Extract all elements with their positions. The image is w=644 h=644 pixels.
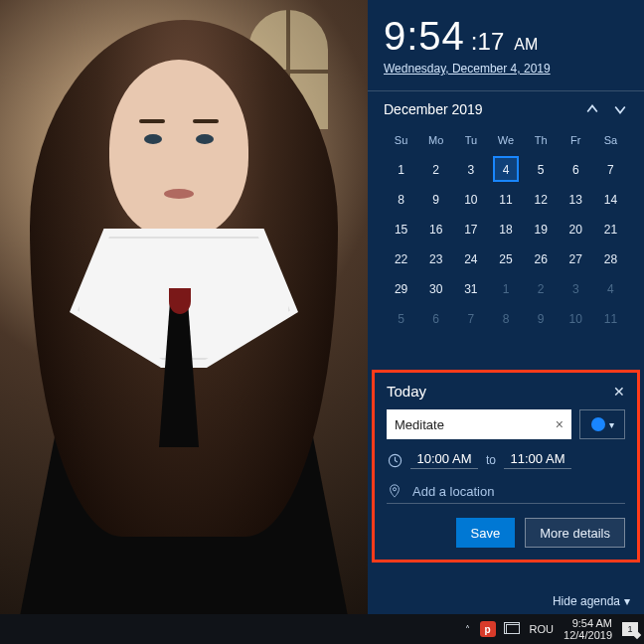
calendar-day[interactable]: 31 [453,274,488,304]
calendar-day[interactable]: 30 [418,274,453,304]
month-label[interactable]: December 2019 [384,101,483,117]
event-name-input[interactable]: Meditate × [387,409,571,439]
calendar-day[interactable]: 18 [488,215,523,244]
calendar-day[interactable]: 26 [524,244,559,274]
calendar-day[interactable]: 20 [559,215,593,244]
dow-label: Mo [418,125,453,155]
calendar-day[interactable]: 5 [524,155,559,185]
next-month-button[interactable] [614,102,628,116]
dow-label: We [488,125,523,155]
taskbar-date: 12/4/2019 [564,629,612,641]
divider [368,90,644,91]
calendar-day[interactable]: 1 [384,155,418,185]
calendar-flyout: 9:54:17 AM Wednesday, December 4, 2019 D… [368,0,644,614]
agenda-panel: Today ✕ Meditate × ▾ 10:00 AM to 11:00 A… [372,370,640,563]
calendar-day[interactable]: 8 [488,304,523,334]
calendar-day[interactable]: 4 [488,155,523,185]
dow-label: Su [384,125,418,155]
calendar-day[interactable]: 11 [488,185,523,215]
calendar-day[interactable]: 10 [559,304,593,334]
calendar-day[interactable]: 17 [453,215,488,244]
taskbar-time: 9:54 AM [564,617,612,629]
calendar-day[interactable]: 10 [453,185,488,215]
end-time-input[interactable]: 11:00 AM [504,451,571,469]
clock: 9:54:17 AM [384,14,628,59]
task-view-icon[interactable] [506,624,520,634]
action-center-button[interactable]: 1 [622,622,638,636]
calendar-day[interactable]: 24 [453,244,488,274]
calendar-day[interactable]: 22 [384,244,418,274]
calendar-day[interactable]: 2 [524,274,559,304]
clock-hm: 9:54 [384,14,465,59]
hide-agenda-button[interactable]: Hide agenda ▾ [553,594,630,608]
calendar-day[interactable]: 25 [488,244,523,274]
calendar-day[interactable]: 21 [593,215,628,244]
calendar-day[interactable]: 19 [524,215,559,244]
calendar-day[interactable]: 23 [418,244,453,274]
clear-event-name-button[interactable]: × [556,416,564,432]
calendar-day[interactable]: 9 [524,304,559,334]
calendar-day[interactable]: 7 [453,304,488,334]
clock-date-link[interactable]: Wednesday, December 4, 2019 [384,62,551,76]
dow-label: Th [524,125,559,155]
calendar-day[interactable]: 27 [559,244,593,274]
tray-app-icon[interactable]: p [480,621,496,637]
chevron-down-icon: ▾ [609,419,614,430]
calendar-day[interactable]: 3 [453,155,488,185]
hide-agenda-label: Hide agenda [553,594,620,608]
event-name-value: Meditate [395,417,444,432]
location-input[interactable] [412,484,625,499]
prev-month-button[interactable] [586,102,600,116]
calendar-day[interactable]: 6 [559,155,593,185]
calendar-day[interactable]: 16 [418,215,453,244]
dow-label: Sa [593,125,628,155]
clock-icon [387,452,402,468]
clock-ampm: AM [514,36,538,54]
calendar-grid: SuMoTuWeThFrSa 1234567891011121314151617… [384,125,628,334]
notification-count: 1 [627,624,632,634]
more-details-button[interactable]: More details [525,518,625,548]
clock-sec: :17 [471,28,504,56]
taskbar-clock[interactable]: 9:54 AM 12/4/2019 [564,617,612,641]
calendar-day[interactable]: 3 [559,274,593,304]
calendar-day[interactable]: 6 [418,304,453,334]
desktop-wallpaper [0,0,368,614]
calendar-day[interactable]: 7 [593,155,628,185]
calendar-day[interactable]: 28 [593,244,628,274]
calendar-day[interactable]: 2 [418,155,453,185]
tray-overflow-button[interactable]: ˄ [465,624,470,635]
calendar-day[interactable]: 15 [384,215,418,244]
calendar-day[interactable]: 9 [418,185,453,215]
color-dot-icon [591,417,605,431]
calendar-day[interactable]: 13 [559,185,593,215]
calendar-day[interactable]: 1 [488,274,523,304]
calendar-day[interactable]: 5 [384,304,418,334]
language-indicator[interactable]: ROU [530,623,554,635]
agenda-title: Today [387,383,426,400]
dow-label: Fr [559,125,593,155]
taskbar: ˄ p ROU 9:54 AM 12/4/2019 1 [0,614,644,644]
chevron-down-icon: ▾ [624,594,630,608]
calendar-day[interactable]: 29 [384,274,418,304]
close-agenda-button[interactable]: ✕ [613,384,625,400]
calendar-day[interactable]: 11 [593,304,628,334]
save-button[interactable]: Save [456,518,516,548]
calendar-color-picker[interactable]: ▾ [579,409,625,439]
calendar-day[interactable]: 8 [384,185,418,215]
svg-point-1 [393,488,396,491]
calendar-day[interactable]: 4 [593,274,628,304]
calendar-day[interactable]: 12 [524,185,559,215]
dow-label: Tu [453,125,488,155]
to-label: to [486,453,496,467]
start-time-input[interactable]: 10:00 AM [410,451,478,469]
location-icon [387,483,402,499]
calendar-day[interactable]: 14 [593,185,628,215]
